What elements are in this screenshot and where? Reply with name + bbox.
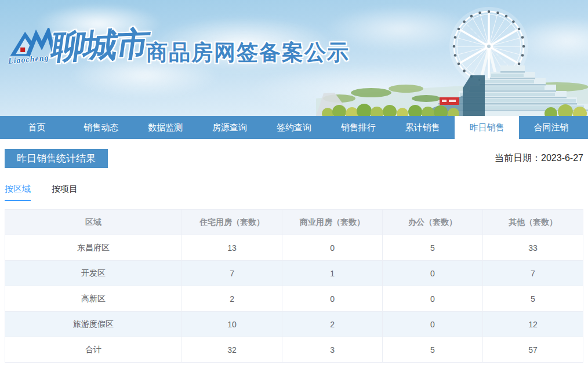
cell-value: 7 xyxy=(482,261,583,286)
site-title: 商品房网签备案公示 xyxy=(146,38,350,67)
cell-value: 1 xyxy=(282,261,383,286)
cell-value: 5 xyxy=(383,235,483,261)
cell-value: 2 xyxy=(182,286,282,312)
main-nav: 首页 销售动态 数据监测 房源查询 签约查询 销售排行 累计销售 昨日销售 合同… xyxy=(0,116,588,139)
nav-menu: 首页 销售动态 数据监测 房源查询 签约查询 销售排行 累计销售 昨日销售 合同… xyxy=(5,116,583,139)
view-tabs: 按区域 按项目 xyxy=(5,184,583,201)
col-header-office: 办公（套数） xyxy=(383,210,483,235)
cell-value: 0 xyxy=(282,235,383,261)
cell-value: 57 xyxy=(482,337,583,363)
cell-region: 旅游度假区 xyxy=(5,312,182,337)
col-header-commercial: 商业用房（套数） xyxy=(282,210,383,235)
table-row: 开发区 7 1 0 7 xyxy=(5,261,583,286)
cell-value: 5 xyxy=(482,286,583,312)
cell-value: 0 xyxy=(383,312,483,337)
tab-by-project[interactable]: 按项目 xyxy=(52,184,78,201)
current-date: 当前日期：2023-6-27 xyxy=(495,152,583,165)
cell-value: 0 xyxy=(383,261,483,286)
city-name-calligraphy: 聊城市 xyxy=(49,21,151,70)
cell-value: 5 xyxy=(383,337,483,363)
cell-region: 合计 xyxy=(5,337,182,363)
cell-region: 高新区 xyxy=(5,286,182,312)
cell-value: 0 xyxy=(383,286,483,312)
col-header-other: 其他（套数） xyxy=(482,210,583,235)
nav-item-cumulative-sales[interactable]: 累计销售 xyxy=(390,116,455,139)
current-date-label: 当前日期： xyxy=(495,153,541,163)
nav-item-sales-activity[interactable]: 销售动态 xyxy=(69,116,133,139)
nav-item-sales-ranking[interactable]: 销售排行 xyxy=(326,116,390,139)
page-title: 昨日销售统计结果 xyxy=(5,149,108,168)
table-row: 高新区 2 0 0 5 xyxy=(5,286,583,312)
nav-item-data-monitor[interactable]: 数据监测 xyxy=(133,116,198,139)
cell-value: 0 xyxy=(282,286,383,312)
liaocheng-logo-icon xyxy=(9,28,56,58)
cell-value: 10 xyxy=(182,312,282,337)
table-header-row: 区域 住宅用房（套数） 商业用房（套数） 办公（套数） 其他（套数） xyxy=(5,210,583,235)
cell-value: 3 xyxy=(282,337,383,363)
nav-item-home[interactable]: 首页 xyxy=(5,116,69,139)
col-header-residential: 住宅用房（套数） xyxy=(182,210,282,235)
title-row: 昨日销售统计结果 当前日期：2023-6-27 xyxy=(5,149,583,168)
stats-table: 区域 住宅用房（套数） 商业用房（套数） 办公（套数） 其他（套数） 东昌府区 … xyxy=(5,209,583,363)
tab-by-region[interactable]: 按区域 xyxy=(5,184,31,201)
cell-value: 7 xyxy=(182,261,282,286)
brand: Liaocheng 聊城市 商品房网签备案公示 xyxy=(0,0,588,116)
cell-value: 13 xyxy=(182,235,282,261)
cell-value: 33 xyxy=(482,235,583,261)
current-date-value: 2023-6-27 xyxy=(541,153,583,163)
nav-item-contract-query[interactable]: 签约查询 xyxy=(262,116,326,139)
cell-value: 32 xyxy=(182,337,282,363)
table-row-total: 合计 32 3 5 57 xyxy=(5,337,583,363)
nav-item-yesterday-sales[interactable]: 昨日销售 xyxy=(455,116,519,139)
col-header-region: 区域 xyxy=(5,210,182,235)
cell-region: 开发区 xyxy=(5,261,182,286)
main-content: 昨日销售统计结果 当前日期：2023-6-27 按区域 按项目 区域 住宅用房（… xyxy=(5,149,583,363)
table-row: 旅游度假区 10 2 0 12 xyxy=(5,312,583,337)
cell-value: 2 xyxy=(282,312,383,337)
nav-item-housing-query[interactable]: 房源查询 xyxy=(198,116,262,139)
nav-item-contract-cancellation[interactable]: 合同注销 xyxy=(519,116,583,139)
cell-region: 东昌府区 xyxy=(5,235,182,261)
table-row: 东昌府区 13 0 5 33 xyxy=(5,235,583,261)
site-header: Liaocheng 聊城市 商品房网签备案公示 xyxy=(0,0,588,116)
cell-value: 12 xyxy=(482,312,583,337)
page: Liaocheng 聊城市 商品房网签备案公示 首页 销售动态 数据监测 房源查… xyxy=(0,0,588,363)
